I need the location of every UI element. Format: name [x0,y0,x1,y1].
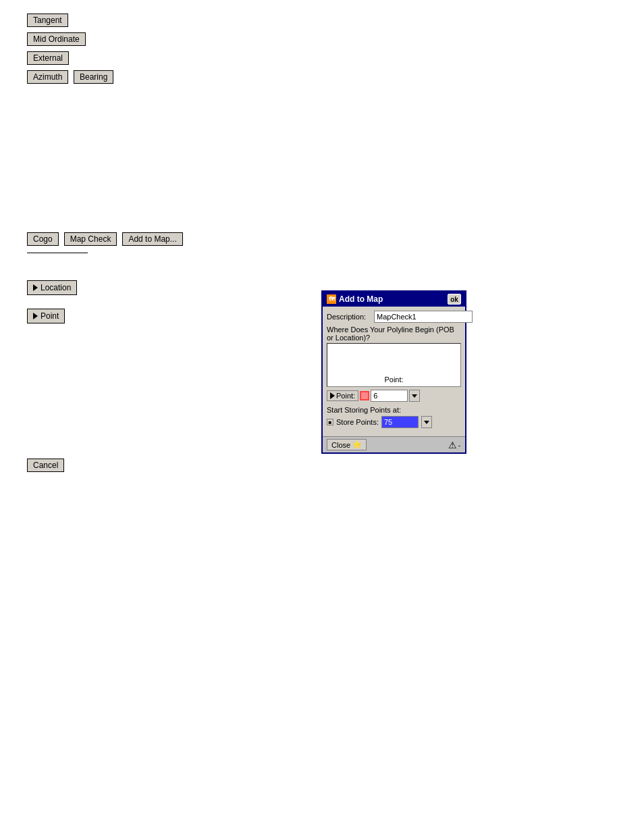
checkbox-check: ■ [329,419,332,425]
point-btn-label: Point: [336,392,355,400]
dialog-close-label: Close [331,441,350,449]
store-points-checkbox[interactable]: ■ [327,419,333,425]
description-input[interactable] [374,311,473,323]
point-button[interactable]: Point [27,309,65,323]
dialog-ok-button[interactable]: ok [448,294,461,305]
store-points-title: Start Storing Points at: [327,406,461,414]
bearing-button[interactable]: Bearing [74,70,113,84]
add-to-map-dialog: 🗺 Add to Map ok Description: Where Does … [321,290,466,454]
polyline-textarea: Point: [327,343,461,387]
point-btn-triangle-icon [330,392,335,399]
map-check-button[interactable]: Map Check [64,232,117,246]
store-points-input[interactable] [381,416,419,428]
dialog-title-text: Add to Map [339,294,383,304]
close-star-icon: ⭐ [352,440,362,449]
point-dropdown-button[interactable] [409,390,420,402]
tangent-button[interactable]: Tangent [27,14,68,27]
location-triangle-icon [33,284,38,291]
dialog-title-icon: 🗺 [327,294,336,304]
description-row: Description: [327,311,461,323]
point-dropdown-arrow-icon [412,394,417,398]
footer-warning-icon[interactable]: ⚠ - [448,440,461,450]
azimuth-button[interactable]: Azimuth [27,70,68,84]
add-to-map-button[interactable]: Add to Map... [122,232,182,246]
point-row: Point: [327,390,461,402]
point-selector-button[interactable]: Point: [327,390,358,401]
store-dropdown-arrow-icon [424,421,429,424]
location-button[interactable]: Location [27,280,77,295]
dialog-titlebar: 🗺 Add to Map ok [323,292,465,307]
store-points-label: Store Points: [336,418,379,426]
dialog-title-left: 🗺 Add to Map [327,294,383,304]
polyline-question-label: Where Does Your Polyline Begin (POB or L… [327,325,461,342]
point-map-icon [360,391,369,400]
footer-dash: - [458,441,461,449]
point-number-input[interactable] [371,390,408,402]
store-points-dropdown-button[interactable] [421,416,432,428]
external-button[interactable]: External [27,51,69,65]
point-area-label: Point: [384,375,403,384]
store-points-section: Start Storing Points at: ■ Store Points: [327,406,461,428]
point-triangle-icon [33,313,38,319]
mid-ordinate-button[interactable]: Mid Ordinate [27,32,86,46]
warning-triangle-icon: ⚠ [448,440,457,450]
store-points-row: ■ Store Points: [327,416,461,428]
description-label: Description: [327,313,374,321]
cogo-button[interactable]: Cogo [27,232,59,246]
cancel-button[interactable]: Cancel [27,459,64,472]
dialog-body: Description: Where Does Your Polyline Be… [323,307,465,436]
dialog-footer: Close ⭐ ⚠ - [323,436,465,452]
dialog-close-button[interactable]: Close ⭐ [327,439,367,450]
separator-line [27,253,88,253]
